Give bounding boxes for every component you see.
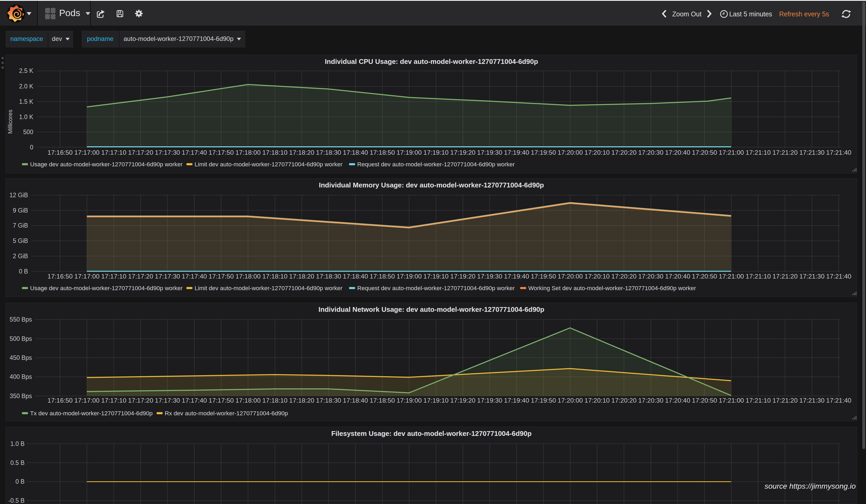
svg-text:Working Set dev auto-model-wor: Working Set dev auto-model-worker-127077…	[528, 285, 696, 291]
svg-text:17:21:40: 17:21:40	[826, 149, 851, 156]
svg-text:17:21:10: 17:21:10	[746, 149, 771, 156]
svg-text:17:18:20: 17:18:20	[289, 397, 314, 404]
svg-text:400 Bps: 400 Bps	[10, 373, 32, 380]
svg-text:17:17:00: 17:17:00	[75, 273, 100, 280]
svg-text:Individual CPU Usage: dev auto: Individual CPU Usage: dev auto-model-wor…	[325, 58, 538, 66]
svg-text:source https://jimmysong.io: source https://jimmysong.io	[765, 482, 856, 490]
svg-text:17:18:50: 17:18:50	[370, 397, 395, 404]
svg-text:17:17:00: 17:17:00	[75, 149, 100, 156]
svg-text:17:19:10: 17:19:10	[423, 273, 448, 280]
svg-text:12 GiB: 12 GiB	[10, 192, 28, 199]
svg-text:17:19:40: 17:19:40	[504, 397, 529, 404]
svg-text:17:20:10: 17:20:10	[585, 397, 610, 404]
svg-text:17:21:10: 17:21:10	[746, 397, 771, 404]
svg-text:17:21:30: 17:21:30	[799, 273, 824, 280]
svg-text:17:20:00: 17:20:00	[558, 149, 583, 156]
svg-text:2.5 K: 2.5 K	[19, 67, 33, 74]
svg-text:17:18:40: 17:18:40	[343, 397, 368, 404]
svg-text:17:19:20: 17:19:20	[450, 397, 475, 404]
svg-text:17:18:40: 17:18:40	[343, 273, 368, 280]
svg-text:17:17:20: 17:17:20	[128, 273, 153, 280]
svg-text:17:20:40: 17:20:40	[665, 273, 690, 280]
svg-text:17:21:10: 17:21:10	[746, 273, 771, 280]
svg-text:Filesystem Usage: dev auto-mod: Filesystem Usage: dev auto-model-worker-…	[331, 429, 532, 437]
svg-text:17:19:00: 17:19:00	[397, 149, 422, 156]
svg-text:0 B: 0 B	[15, 478, 24, 485]
svg-text:17:21:00: 17:21:00	[719, 273, 744, 280]
svg-text:17:17:40: 17:17:40	[182, 397, 207, 404]
svg-text:17:21:20: 17:21:20	[773, 397, 798, 404]
svg-text:17:17:20: 17:17:20	[128, 397, 153, 404]
svg-text:17:17:40: 17:17:40	[182, 149, 207, 156]
svg-text:350 Bps: 350 Bps	[10, 393, 32, 400]
svg-text:Individual Network Usage: dev: Individual Network Usage: dev auto-model…	[319, 305, 544, 313]
svg-text:17:17:10: 17:17:10	[101, 397, 126, 404]
svg-text:Usage dev auto-model-worker-12: Usage dev auto-model-worker-1270771004-6…	[30, 285, 183, 291]
svg-text:0: 0	[30, 144, 33, 151]
svg-text:17:16:50: 17:16:50	[47, 273, 73, 280]
svg-text:17:20:50: 17:20:50	[692, 397, 717, 404]
svg-text:450 Bps: 450 Bps	[10, 354, 32, 361]
svg-text:17:19:30: 17:19:30	[477, 149, 502, 156]
svg-text:17:17:10: 17:17:10	[101, 149, 126, 156]
svg-text:17:17:00: 17:17:00	[75, 397, 100, 404]
svg-text:17:17:50: 17:17:50	[209, 149, 234, 156]
svg-text:17:20:00: 17:20:00	[558, 397, 583, 404]
svg-text:0.5 B: 0.5 B	[10, 459, 24, 466]
svg-text:17:20:30: 17:20:30	[638, 397, 663, 404]
svg-text:7 GiB: 7 GiB	[13, 222, 28, 229]
svg-text:9 GiB: 9 GiB	[13, 207, 28, 214]
svg-text:Request dev auto-model-worker-: Request dev auto-model-worker-1270771004…	[357, 285, 515, 291]
svg-text:17:20:30: 17:20:30	[638, 149, 663, 156]
svg-text:550 Bps: 550 Bps	[10, 316, 32, 323]
svg-text:Rx dev auto-model-worker-12707: Rx dev auto-model-worker-1270771004-6d90…	[165, 410, 288, 417]
svg-text:17:17:50: 17:17:50	[209, 397, 234, 404]
svg-text:500: 500	[23, 128, 33, 135]
svg-text:17:21:00: 17:21:00	[719, 397, 744, 404]
svg-text:17:21:20: 17:21:20	[773, 273, 798, 280]
svg-text:1.0 B: 1.0 B	[10, 440, 24, 447]
svg-text:Millicores: Millicores	[7, 110, 13, 134]
svg-text:17:19:00: 17:19:00	[397, 397, 422, 404]
svg-text:17:19:50: 17:19:50	[531, 273, 556, 280]
svg-text:17:19:00: 17:19:00	[397, 273, 422, 280]
svg-text:17:18:50: 17:18:50	[370, 149, 395, 156]
svg-text:17:18:30: 17:18:30	[316, 149, 341, 156]
svg-text:17:17:30: 17:17:30	[155, 149, 180, 156]
svg-text:17:19:50: 17:19:50	[531, 397, 556, 404]
svg-text:17:20:20: 17:20:20	[611, 273, 636, 280]
svg-text:17:18:20: 17:18:20	[289, 273, 314, 280]
svg-text:17:21:00: 17:21:00	[719, 149, 744, 156]
svg-text:1.0 K: 1.0 K	[19, 113, 33, 120]
svg-text:1.5 K: 1.5 K	[19, 98, 33, 105]
svg-text:17:16:50: 17:16:50	[47, 149, 73, 156]
svg-text:17:19:10: 17:19:10	[423, 397, 448, 404]
svg-text:0 B: 0 B	[19, 268, 28, 275]
svg-text:5 GiB: 5 GiB	[13, 237, 28, 244]
svg-text:17:17:40: 17:17:40	[182, 273, 207, 280]
svg-text:17:20:10: 17:20:10	[585, 149, 610, 156]
svg-text:17:18:00: 17:18:00	[235, 273, 260, 280]
svg-text:17:18:40: 17:18:40	[343, 149, 368, 156]
svg-text:17:19:40: 17:19:40	[504, 149, 529, 156]
svg-text:17:17:10: 17:17:10	[101, 273, 126, 280]
svg-text:17:20:10: 17:20:10	[585, 273, 610, 280]
svg-text:17:20:20: 17:20:20	[611, 397, 636, 404]
svg-text:17:18:10: 17:18:10	[262, 149, 287, 156]
svg-text:17:20:30: 17:20:30	[638, 273, 663, 280]
svg-text:17:18:50: 17:18:50	[370, 273, 395, 280]
svg-text:2.0 K: 2.0 K	[19, 83, 33, 90]
svg-text:17:21:40: 17:21:40	[826, 273, 851, 280]
svg-text:Request dev auto-model-worker-: Request dev auto-model-worker-1270771004…	[357, 161, 515, 168]
svg-text:17:18:00: 17:18:00	[235, 149, 260, 156]
svg-text:Limit dev auto-model-worker-12: Limit dev auto-model-worker-1270771004-6…	[195, 285, 343, 291]
svg-text:Tx dev auto-model-worker-12707: Tx dev auto-model-worker-1270771004-6d90…	[30, 410, 153, 417]
svg-text:17:18:10: 17:18:10	[262, 397, 287, 404]
svg-text:17:20:50: 17:20:50	[692, 149, 717, 156]
svg-text:17:19:10: 17:19:10	[423, 149, 448, 156]
svg-text:17:19:20: 17:19:20	[450, 273, 475, 280]
svg-text:Individual Memory Usage: dev a: Individual Memory Usage: dev auto-model-…	[319, 181, 544, 189]
svg-text:500 Bps: 500 Bps	[10, 335, 32, 342]
svg-text:17:19:20: 17:19:20	[450, 149, 475, 156]
svg-text:17:20:40: 17:20:40	[665, 149, 690, 156]
